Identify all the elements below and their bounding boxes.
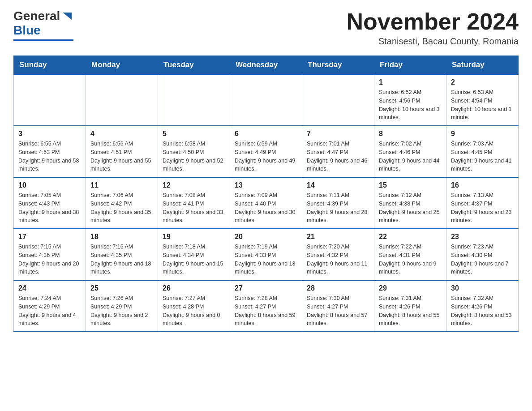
day-number: 30 [451, 284, 514, 292]
day-number: 6 [235, 130, 297, 138]
calendar-cell [86, 74, 158, 126]
logo-underline [13, 39, 73, 41]
day-number: 20 [235, 233, 297, 241]
page-header: General Blue November 2024 Stanisesti, B… [13, 9, 519, 47]
title-section: November 2024 Stanisesti, Bacau County, … [347, 9, 519, 47]
calendar-header-row: SundayMondayTuesdayWednesdayThursdayFrid… [14, 56, 519, 75]
calendar-cell: 9Sunrise: 7:03 AM Sunset: 4:45 PM Daylig… [446, 126, 519, 177]
calendar-cell: 22Sunrise: 7:22 AM Sunset: 4:31 PM Dayli… [374, 229, 446, 280]
svg-marker-0 [63, 13, 72, 20]
calendar-week-row: 3Sunrise: 6:55 AM Sunset: 4:53 PM Daylig… [14, 126, 519, 177]
calendar-week-row: 17Sunrise: 7:15 AM Sunset: 4:36 PM Dayli… [14, 229, 519, 280]
calendar-cell: 18Sunrise: 7:16 AM Sunset: 4:35 PM Dayli… [86, 229, 158, 280]
calendar-cell: 16Sunrise: 7:13 AM Sunset: 4:37 PM Dayli… [446, 177, 519, 229]
calendar-cell: 28Sunrise: 7:30 AM Sunset: 4:27 PM Dayli… [302, 280, 374, 332]
day-number: 10 [18, 181, 81, 189]
column-header-thursday: Thursday [302, 56, 374, 75]
day-info: Sunrise: 7:06 AM Sunset: 4:42 PM Dayligh… [90, 191, 153, 225]
day-info: Sunrise: 7:22 AM Sunset: 4:31 PM Dayligh… [379, 243, 442, 276]
day-info: Sunrise: 6:52 AM Sunset: 4:56 PM Dayligh… [379, 88, 442, 122]
calendar-cell: 10Sunrise: 7:05 AM Sunset: 4:43 PM Dayli… [14, 177, 86, 229]
month-title: November 2024 [347, 9, 519, 34]
day-number: 23 [451, 233, 514, 241]
day-number: 24 [18, 284, 81, 292]
day-number: 26 [163, 284, 225, 292]
day-info: Sunrise: 6:53 AM Sunset: 4:54 PM Dayligh… [451, 88, 514, 122]
day-info: Sunrise: 7:11 AM Sunset: 4:39 PM Dayligh… [307, 191, 369, 225]
column-header-monday: Monday [86, 56, 158, 75]
calendar-cell: 4Sunrise: 6:56 AM Sunset: 4:51 PM Daylig… [86, 126, 158, 177]
day-number: 12 [163, 181, 225, 189]
day-info: Sunrise: 6:56 AM Sunset: 4:51 PM Dayligh… [90, 140, 153, 173]
day-info: Sunrise: 7:02 AM Sunset: 4:46 PM Dayligh… [379, 140, 442, 173]
day-info: Sunrise: 7:18 AM Sunset: 4:34 PM Dayligh… [163, 243, 225, 276]
day-number: 11 [90, 181, 153, 189]
calendar-cell: 29Sunrise: 7:31 AM Sunset: 4:26 PM Dayli… [374, 280, 446, 332]
calendar-week-row: 10Sunrise: 7:05 AM Sunset: 4:43 PM Dayli… [14, 177, 519, 229]
day-number: 22 [379, 233, 442, 241]
day-number: 25 [90, 284, 153, 292]
calendar-cell: 26Sunrise: 7:27 AM Sunset: 4:28 PM Dayli… [158, 280, 230, 332]
calendar-cell: 25Sunrise: 7:26 AM Sunset: 4:29 PM Dayli… [86, 280, 158, 332]
calendar-cell [230, 74, 302, 126]
day-number: 17 [18, 233, 81, 241]
day-info: Sunrise: 7:12 AM Sunset: 4:38 PM Dayligh… [379, 191, 442, 225]
calendar-cell: 13Sunrise: 7:09 AM Sunset: 4:40 PM Dayli… [230, 177, 302, 229]
day-info: Sunrise: 7:20 AM Sunset: 4:32 PM Dayligh… [307, 243, 369, 276]
day-info: Sunrise: 7:32 AM Sunset: 4:26 PM Dayligh… [451, 294, 514, 328]
day-info: Sunrise: 7:27 AM Sunset: 4:28 PM Dayligh… [163, 294, 225, 328]
day-info: Sunrise: 7:15 AM Sunset: 4:36 PM Dayligh… [18, 243, 81, 276]
day-info: Sunrise: 7:31 AM Sunset: 4:26 PM Dayligh… [379, 294, 442, 328]
calendar-cell: 8Sunrise: 7:02 AM Sunset: 4:46 PM Daylig… [374, 126, 446, 177]
day-number: 13 [235, 181, 297, 189]
calendar-cell: 1Sunrise: 6:52 AM Sunset: 4:56 PM Daylig… [374, 74, 446, 126]
column-header-saturday: Saturday [446, 56, 519, 75]
day-info: Sunrise: 7:08 AM Sunset: 4:41 PM Dayligh… [163, 191, 225, 225]
column-header-tuesday: Tuesday [158, 56, 230, 75]
day-number: 5 [163, 130, 225, 138]
logo-blue-text: Blue [13, 23, 41, 38]
day-info: Sunrise: 6:59 AM Sunset: 4:49 PM Dayligh… [235, 140, 297, 173]
day-number: 3 [18, 130, 81, 138]
day-info: Sunrise: 7:28 AM Sunset: 4:27 PM Dayligh… [235, 294, 297, 328]
calendar-cell: 27Sunrise: 7:28 AM Sunset: 4:27 PM Dayli… [230, 280, 302, 332]
day-info: Sunrise: 7:26 AM Sunset: 4:29 PM Dayligh… [90, 294, 153, 328]
calendar-cell [302, 74, 374, 126]
calendar-cell: 20Sunrise: 7:19 AM Sunset: 4:33 PM Dayli… [230, 229, 302, 280]
day-number: 19 [163, 233, 225, 241]
day-number: 18 [90, 233, 153, 241]
logo: General Blue [13, 9, 73, 41]
calendar-cell: 7Sunrise: 7:01 AM Sunset: 4:47 PM Daylig… [302, 126, 374, 177]
calendar-table: SundayMondayTuesdayWednesdayThursdayFrid… [13, 56, 519, 332]
calendar-cell [14, 74, 86, 126]
column-header-sunday: Sunday [14, 56, 86, 75]
calendar-cell: 23Sunrise: 7:23 AM Sunset: 4:30 PM Dayli… [446, 229, 519, 280]
day-info: Sunrise: 7:16 AM Sunset: 4:35 PM Dayligh… [90, 243, 153, 276]
day-number: 16 [451, 181, 514, 189]
day-number: 9 [451, 130, 514, 138]
day-number: 2 [451, 78, 514, 86]
day-number: 14 [307, 181, 369, 189]
location-subtitle: Stanisesti, Bacau County, Romania [347, 36, 519, 47]
day-info: Sunrise: 7:19 AM Sunset: 4:33 PM Dayligh… [235, 243, 297, 276]
day-info: Sunrise: 7:24 AM Sunset: 4:29 PM Dayligh… [18, 294, 81, 328]
calendar-week-row: 1Sunrise: 6:52 AM Sunset: 4:56 PM Daylig… [14, 74, 519, 126]
calendar-cell: 11Sunrise: 7:06 AM Sunset: 4:42 PM Dayli… [86, 177, 158, 229]
day-info: Sunrise: 7:01 AM Sunset: 4:47 PM Dayligh… [307, 140, 369, 173]
calendar-cell: 3Sunrise: 6:55 AM Sunset: 4:53 PM Daylig… [14, 126, 86, 177]
day-info: Sunrise: 7:23 AM Sunset: 4:30 PM Dayligh… [451, 243, 514, 276]
calendar-cell: 17Sunrise: 7:15 AM Sunset: 4:36 PM Dayli… [14, 229, 86, 280]
calendar-week-row: 24Sunrise: 7:24 AM Sunset: 4:29 PM Dayli… [14, 280, 519, 332]
calendar-cell: 14Sunrise: 7:11 AM Sunset: 4:39 PM Dayli… [302, 177, 374, 229]
calendar-cell: 12Sunrise: 7:08 AM Sunset: 4:41 PM Dayli… [158, 177, 230, 229]
day-number: 4 [90, 130, 153, 138]
day-number: 1 [379, 78, 442, 86]
calendar-cell: 2Sunrise: 6:53 AM Sunset: 4:54 PM Daylig… [446, 74, 519, 126]
calendar-cell: 5Sunrise: 6:58 AM Sunset: 4:50 PM Daylig… [158, 126, 230, 177]
day-number: 27 [235, 284, 297, 292]
calendar-cell: 30Sunrise: 7:32 AM Sunset: 4:26 PM Dayli… [446, 280, 519, 332]
day-number: 21 [307, 233, 369, 241]
logo-triangle-icon [61, 10, 73, 22]
day-number: 8 [379, 130, 442, 138]
day-info: Sunrise: 7:09 AM Sunset: 4:40 PM Dayligh… [235, 191, 297, 225]
